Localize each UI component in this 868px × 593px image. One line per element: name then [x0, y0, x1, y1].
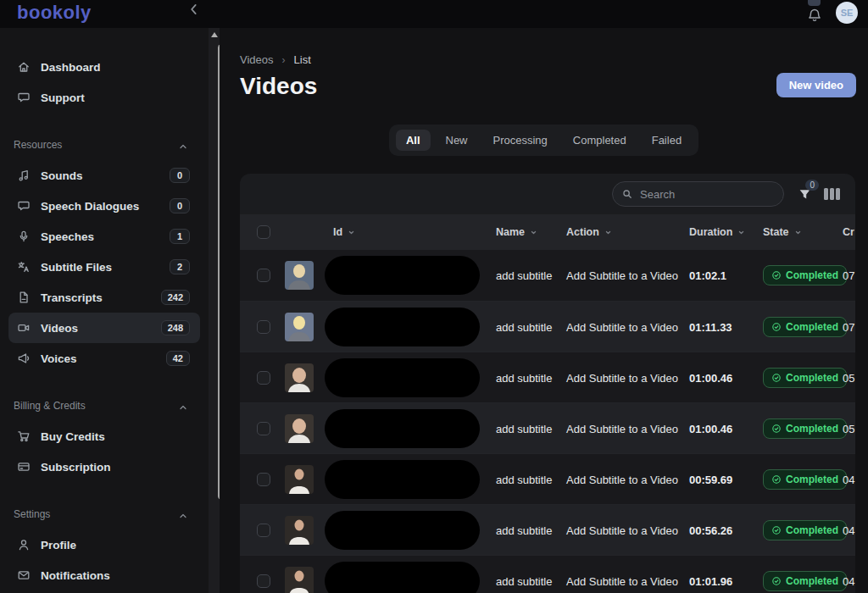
row-duration: 01:00.46: [689, 372, 732, 385]
sidebar-item-label: Sounds: [41, 169, 83, 182]
sidebar-item-subscription[interactable]: Subscription: [8, 452, 200, 482]
row-checkbox[interactable]: [257, 574, 270, 588]
count-badge: 2: [170, 259, 190, 274]
row-duration: 01:11.33: [689, 321, 732, 334]
breadcrumb-videos[interactable]: Videos: [240, 53, 274, 66]
status-badge: Completed: [763, 418, 847, 439]
table-row[interactable]: add subtitle Add Subtitle to a Video 00:…: [240, 453, 855, 504]
search-input[interactable]: [640, 188, 775, 201]
scrollbar-up-arrow-icon[interactable]: [211, 32, 218, 37]
sidebar-item-notifications[interactable]: Notifications: [8, 560, 200, 590]
row-created: 04: [843, 474, 854, 486]
breadcrumb: Videos › List: [240, 53, 868, 66]
avatar[interactable]: SE: [836, 2, 858, 24]
filter-count-badge: 0: [805, 180, 819, 191]
count-badge: 248: [161, 320, 190, 335]
breadcrumb-list[interactable]: List: [294, 53, 311, 66]
sidebar-item-videos[interactable]: Videos 248: [8, 313, 200, 343]
new-video-button[interactable]: New video: [776, 73, 856, 97]
sidebar-item-voices[interactable]: Voices 42: [8, 343, 200, 374]
video-thumbnail: [285, 414, 314, 443]
sidebar-item-sounds[interactable]: Sounds 0: [8, 160, 200, 191]
row-created: 05: [843, 372, 854, 385]
row-created: 04: [843, 575, 854, 588]
column-header-duration[interactable]: Duration: [685, 226, 757, 238]
sidebar-scrollbar[interactable]: [209, 28, 220, 593]
row-name: add subtitle: [496, 321, 553, 334]
sidebar-section-settings: Settings Profile Notifications: [0, 507, 209, 590]
row-created: 05: [843, 423, 854, 435]
redacted-id: [325, 256, 480, 295]
column-header-name[interactable]: Name: [490, 226, 562, 238]
sidebar-collapse-icon[interactable]: [186, 2, 202, 17]
table-row[interactable]: add subtitle Add Subtitle to a Video 01:…: [240, 352, 855, 402]
sidebar-item-speeches[interactable]: Speeches 1: [8, 221, 200, 252]
table-row[interactable]: add subtitle Add Subtitle to a Video 01:…: [240, 250, 855, 301]
video-thumbnail: [285, 261, 314, 290]
sidebar-item-support[interactable]: Support: [8, 82, 200, 113]
megaphone-icon: [17, 352, 31, 365]
tab-completed[interactable]: Completed: [563, 130, 637, 151]
row-created: 07: [843, 321, 854, 334]
bell-icon[interactable]: [807, 8, 822, 23]
breadcrumb-separator-icon: ›: [282, 54, 286, 66]
tab-all[interactable]: All: [396, 130, 431, 151]
status-badge: Completed: [763, 571, 847, 591]
column-header-action[interactable]: Action: [562, 226, 685, 238]
sidebar-item-label: Buy Credits: [41, 430, 105, 443]
select-all-checkbox[interactable]: [257, 225, 270, 239]
row-checkbox[interactable]: [257, 422, 270, 435]
section-label: Settings: [14, 508, 50, 520]
speech-bubble-icon: [17, 199, 31, 213]
row-action: Add Subtitle to a Video: [566, 524, 678, 537]
sidebar-item-transcripts[interactable]: Transcripts 242: [8, 282, 200, 313]
sidebar-item-speech-dialogues[interactable]: Speech Dialogues 0: [8, 191, 200, 221]
status-tabs: AllNewProcessingCompletedFailed: [389, 125, 698, 156]
count-badge: 0: [170, 168, 190, 183]
page-title: Videos: [240, 73, 317, 100]
sidebar-item-label: Subscription: [41, 461, 111, 474]
check-circle-icon: [771, 373, 782, 383]
row-name: add subtitle: [496, 372, 553, 385]
status-badge: Completed: [763, 520, 847, 540]
column-header-cr[interactable]: Cr: [837, 226, 855, 238]
table-row[interactable]: add subtitle Add Subtitle to a Video 01:…: [240, 555, 855, 593]
translate-icon: [17, 260, 31, 274]
microphone-icon: [17, 230, 31, 243]
sidebar-item-label: Profile: [41, 539, 76, 551]
section-header[interactable]: Billing & Credits: [0, 398, 209, 413]
column-header-state[interactable]: State: [757, 226, 837, 238]
section-header[interactable]: Settings: [0, 507, 209, 522]
row-checkbox[interactable]: [257, 269, 270, 282]
row-name: add subtitle: [496, 524, 553, 537]
row-duration: 00:59.69: [689, 474, 732, 486]
sidebar-item-profile[interactable]: Profile: [8, 529, 200, 560]
section-header[interactable]: Resources: [0, 137, 209, 152]
columns-icon[interactable]: [824, 188, 840, 200]
check-circle-icon: [771, 525, 782, 535]
sidebar-item-label: Transcripts: [41, 291, 103, 304]
sidebar-item-label: Voices: [41, 352, 77, 365]
row-checkbox[interactable]: [257, 524, 270, 537]
table-row[interactable]: add subtitle Add Subtitle to a Video 00:…: [240, 504, 855, 555]
filter-button[interactable]: 0: [798, 187, 812, 202]
tab-new[interactable]: New: [436, 130, 478, 151]
table-row[interactable]: add subtitle Add Subtitle to a Video 01:…: [240, 301, 855, 352]
count-badge: 1: [170, 229, 190, 244]
search-box[interactable]: [612, 181, 784, 207]
sidebar-item-dashboard[interactable]: Dashboard: [8, 52, 200, 82]
sidebar-item-label: Notifications: [41, 569, 110, 582]
row-checkbox[interactable]: [257, 371, 270, 385]
tab-processing[interactable]: Processing: [483, 130, 558, 151]
video-thumbnail: [285, 567, 314, 593]
sidebar-item-subtitle-files[interactable]: Subtitle Files 2: [8, 252, 200, 282]
tab-failed[interactable]: Failed: [642, 130, 692, 151]
column-header-id[interactable]: Id: [277, 226, 490, 238]
redacted-id: [325, 460, 480, 499]
row-checkbox[interactable]: [257, 473, 270, 486]
status-badge: Completed: [763, 368, 847, 388]
row-checkbox[interactable]: [257, 320, 270, 334]
sidebar-item-buy-credits[interactable]: Buy Credits: [8, 421, 200, 452]
table-row[interactable]: add subtitle Add Subtitle to a Video 01:…: [240, 402, 855, 453]
row-name: add subtitle: [496, 575, 553, 588]
